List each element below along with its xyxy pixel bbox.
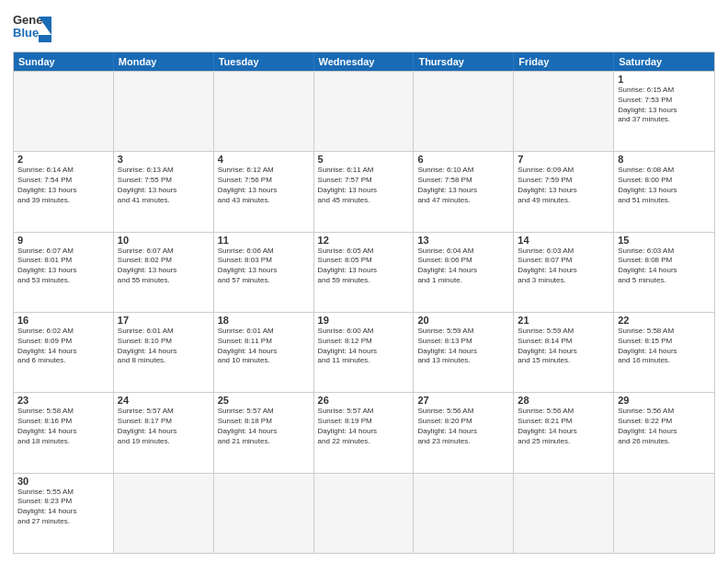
day-number: 11 (218, 235, 310, 246)
day-number: 10 (118, 235, 210, 246)
weekday-header: Tuesday (214, 52, 314, 71)
day-number: 12 (318, 235, 410, 246)
day-info: Sunrise: 5:55 AM Sunset: 8:23 PM Dayligh… (17, 488, 109, 527)
day-info: Sunrise: 5:59 AM Sunset: 8:14 PM Dayligh… (518, 327, 609, 366)
day-number: 29 (618, 395, 711, 406)
day-info: Sunrise: 6:13 AM Sunset: 7:55 PM Dayligh… (118, 166, 210, 205)
day-info: Sunrise: 6:15 AM Sunset: 7:53 PM Dayligh… (618, 86, 711, 125)
day-number: 24 (118, 395, 210, 406)
calendar-cell (614, 474, 714, 553)
calendar-cell: 29Sunrise: 5:56 AM Sunset: 8:22 PM Dayli… (614, 393, 714, 472)
calendar-cell: 14Sunrise: 6:03 AM Sunset: 8:07 PM Dayli… (514, 233, 614, 312)
header: General Blue (13, 9, 715, 46)
day-number: 14 (518, 235, 609, 246)
day-info: Sunrise: 6:01 AM Sunset: 8:11 PM Dayligh… (218, 327, 310, 366)
calendar-cell: 2Sunrise: 6:14 AM Sunset: 7:54 PM Daylig… (14, 152, 114, 231)
calendar-cell (514, 72, 614, 151)
day-number: 17 (118, 315, 210, 326)
day-info: Sunrise: 6:14 AM Sunset: 7:54 PM Dayligh… (17, 166, 109, 205)
calendar-week: 23Sunrise: 5:58 AM Sunset: 8:16 PM Dayli… (14, 392, 714, 472)
calendar-cell: 23Sunrise: 5:58 AM Sunset: 8:16 PM Dayli… (14, 393, 114, 472)
calendar-cell: 4Sunrise: 6:12 AM Sunset: 7:56 PM Daylig… (214, 152, 314, 231)
calendar-week: 2Sunrise: 6:14 AM Sunset: 7:54 PM Daylig… (14, 151, 714, 231)
day-number: 5 (318, 154, 410, 165)
day-info: Sunrise: 5:58 AM Sunset: 8:16 PM Dayligh… (17, 407, 109, 446)
day-info: Sunrise: 6:07 AM Sunset: 8:02 PM Dayligh… (118, 247, 210, 286)
day-number: 18 (218, 315, 310, 326)
calendar-cell: 7Sunrise: 6:09 AM Sunset: 7:59 PM Daylig… (514, 152, 614, 231)
day-number: 9 (17, 235, 109, 246)
calendar-week: 16Sunrise: 6:02 AM Sunset: 8:09 PM Dayli… (14, 312, 714, 392)
day-info: Sunrise: 6:07 AM Sunset: 8:01 PM Dayligh… (17, 247, 109, 286)
weekday-header: Sunday (14, 52, 114, 71)
calendar-cell: 18Sunrise: 6:01 AM Sunset: 8:11 PM Dayli… (214, 313, 314, 392)
calendar-cell: 16Sunrise: 6:02 AM Sunset: 8:09 PM Dayli… (14, 313, 114, 392)
day-info: Sunrise: 6:08 AM Sunset: 8:00 PM Dayligh… (618, 166, 711, 205)
calendar-cell: 26Sunrise: 5:57 AM Sunset: 8:19 PM Dayli… (314, 393, 415, 472)
calendar: SundayMondayTuesdayWednesdayThursdayFrid… (13, 52, 715, 554)
weekday-header: Thursday (414, 52, 514, 71)
calendar-cell: 15Sunrise: 6:03 AM Sunset: 8:08 PM Dayli… (614, 233, 714, 312)
calendar-cell: 5Sunrise: 6:11 AM Sunset: 7:57 PM Daylig… (314, 152, 415, 231)
day-number: 23 (17, 395, 109, 406)
calendar-cell: 27Sunrise: 5:56 AM Sunset: 8:20 PM Dayli… (414, 393, 514, 472)
calendar-cell (314, 72, 415, 151)
day-number: 2 (17, 154, 109, 165)
day-number: 3 (118, 154, 210, 165)
day-info: Sunrise: 5:57 AM Sunset: 8:17 PM Dayligh… (118, 407, 210, 446)
day-number: 21 (518, 315, 609, 326)
calendar-header: SundayMondayTuesdayWednesdayThursdayFrid… (14, 52, 714, 71)
calendar-cell: 20Sunrise: 5:59 AM Sunset: 8:13 PM Dayli… (414, 313, 514, 392)
calendar-cell (214, 72, 314, 151)
day-number: 15 (618, 235, 711, 246)
day-info: Sunrise: 5:59 AM Sunset: 8:13 PM Dayligh… (417, 327, 509, 366)
day-number: 13 (417, 235, 509, 246)
calendar-cell: 30Sunrise: 5:55 AM Sunset: 8:23 PM Dayli… (14, 474, 114, 553)
calendar-cell (114, 72, 214, 151)
day-info: Sunrise: 6:03 AM Sunset: 8:08 PM Dayligh… (618, 247, 711, 286)
calendar-cell (414, 474, 514, 553)
day-info: Sunrise: 5:58 AM Sunset: 8:15 PM Dayligh… (618, 327, 711, 366)
day-number: 16 (17, 315, 109, 326)
calendar-week: 1Sunrise: 6:15 AM Sunset: 7:53 PM Daylig… (14, 71, 714, 151)
day-info: Sunrise: 5:57 AM Sunset: 8:19 PM Dayligh… (318, 407, 410, 446)
day-number: 26 (318, 395, 410, 406)
calendar-cell: 3Sunrise: 6:13 AM Sunset: 7:55 PM Daylig… (114, 152, 214, 231)
day-info: Sunrise: 6:11 AM Sunset: 7:57 PM Dayligh… (318, 166, 410, 205)
day-number: 25 (218, 395, 310, 406)
calendar-cell (314, 474, 415, 553)
calendar-cell (114, 474, 214, 553)
day-number: 7 (518, 154, 609, 165)
day-info: Sunrise: 6:04 AM Sunset: 8:06 PM Dayligh… (417, 247, 509, 286)
calendar-cell: 19Sunrise: 6:00 AM Sunset: 8:12 PM Dayli… (314, 313, 415, 392)
day-info: Sunrise: 6:09 AM Sunset: 7:59 PM Dayligh… (518, 166, 609, 205)
calendar-cell: 8Sunrise: 6:08 AM Sunset: 8:00 PM Daylig… (614, 152, 714, 231)
calendar-cell: 24Sunrise: 5:57 AM Sunset: 8:17 PM Dayli… (114, 393, 214, 472)
day-info: Sunrise: 5:56 AM Sunset: 8:20 PM Dayligh… (417, 407, 509, 446)
calendar-cell: 22Sunrise: 5:58 AM Sunset: 8:15 PM Dayli… (614, 313, 714, 392)
page: General Blue SundayMondayTuesdayWednesda… (0, 0, 728, 563)
calendar-cell: 12Sunrise: 6:05 AM Sunset: 8:05 PM Dayli… (314, 233, 415, 312)
calendar-cell (514, 474, 614, 553)
day-info: Sunrise: 5:56 AM Sunset: 8:21 PM Dayligh… (518, 407, 609, 446)
day-info: Sunrise: 6:03 AM Sunset: 8:07 PM Dayligh… (518, 247, 609, 286)
calendar-body: 1Sunrise: 6:15 AM Sunset: 7:53 PM Daylig… (14, 71, 714, 553)
day-info: Sunrise: 6:00 AM Sunset: 8:12 PM Dayligh… (318, 327, 410, 366)
day-number: 27 (417, 395, 509, 406)
day-info: Sunrise: 5:57 AM Sunset: 8:18 PM Dayligh… (218, 407, 310, 446)
calendar-cell: 6Sunrise: 6:10 AM Sunset: 7:58 PM Daylig… (414, 152, 514, 231)
day-info: Sunrise: 5:56 AM Sunset: 8:22 PM Dayligh… (618, 407, 711, 446)
day-info: Sunrise: 6:12 AM Sunset: 7:56 PM Dayligh… (218, 166, 310, 205)
calendar-cell (14, 72, 114, 151)
logo-icon: General Blue (13, 9, 51, 46)
day-number: 6 (417, 154, 509, 165)
day-info: Sunrise: 6:10 AM Sunset: 7:58 PM Dayligh… (417, 166, 509, 205)
day-info: Sunrise: 6:01 AM Sunset: 8:10 PM Dayligh… (118, 327, 210, 366)
day-number: 20 (417, 315, 509, 326)
weekday-header: Friday (514, 52, 614, 71)
day-number: 22 (618, 315, 711, 326)
calendar-cell: 11Sunrise: 6:06 AM Sunset: 8:03 PM Dayli… (214, 233, 314, 312)
day-number: 19 (318, 315, 410, 326)
logo: General Blue (13, 9, 51, 46)
weekday-header: Saturday (614, 52, 714, 71)
